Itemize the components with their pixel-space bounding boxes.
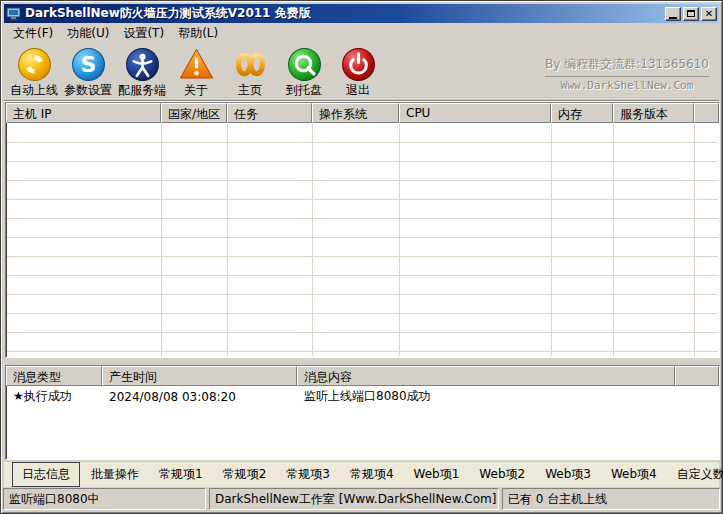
toolbar-label: 到托盘 bbox=[286, 83, 322, 97]
window-title: DarkShellNew防火墙压力测试系统V2011 免费版 bbox=[25, 5, 665, 22]
col-message-content[interactable]: 消息内容 bbox=[297, 366, 675, 386]
maximize-icon bbox=[687, 10, 695, 17]
status-studio: DarkShellNew工作室 [Www.DarkShellNew.Com] bbox=[209, 488, 499, 510]
menubar: 文件(F) 功能(U) 设置(T) 帮助(L) bbox=[4, 23, 719, 44]
grid-line bbox=[551, 124, 552, 356]
tab-batch-ops[interactable]: 批量操作 bbox=[82, 463, 148, 486]
col-task[interactable]: 任务 bbox=[227, 103, 312, 123]
window-controls: ✕ bbox=[665, 7, 717, 21]
menu-help[interactable]: 帮助(L) bbox=[171, 23, 225, 44]
warning-triangle-icon bbox=[178, 46, 215, 83]
message-table-body: ★执行成功 2024/08/08 03:08:20 监听上线端口8080成功 bbox=[7, 387, 718, 458]
host-table: 主机 IP 国家/地区 任务 操作系统 CPU 内存 服务版本 bbox=[5, 102, 720, 358]
svg-text:S: S bbox=[80, 52, 96, 77]
power-icon bbox=[340, 46, 377, 83]
titlebar[interactable]: DarkShellNew防火墙压力测试系统V2011 免费版 ✕ bbox=[4, 4, 719, 23]
message-table-header: 消息类型 产生时间 消息内容 bbox=[6, 366, 719, 386]
col-country[interactable]: 国家/地区 bbox=[161, 103, 227, 123]
tab-web-1[interactable]: Web项1 bbox=[405, 463, 469, 486]
toolbar-label: 自动上线 bbox=[10, 83, 58, 97]
tab-regular-2[interactable]: 常规项2 bbox=[214, 463, 276, 486]
host-table-header: 主机 IP 国家/地区 任务 操作系统 CPU 内存 服务版本 bbox=[6, 103, 719, 123]
tab-regular-3[interactable]: 常规项3 bbox=[277, 463, 339, 486]
about-button[interactable]: 关于 bbox=[169, 46, 223, 99]
message-table: 消息类型 产生时间 消息内容 ★执行成功 2024/08/08 03:08:20… bbox=[5, 365, 720, 460]
tab-web-4[interactable]: Web项4 bbox=[602, 463, 666, 486]
config-server-button[interactable]: 配服务端 bbox=[115, 46, 169, 99]
minimize-button[interactable] bbox=[665, 7, 681, 21]
gold-bow-icon bbox=[232, 46, 269, 83]
message-row[interactable]: ★执行成功 2024/08/08 03:08:20 监听上线端口8080成功 bbox=[7, 387, 718, 406]
auto-online-button[interactable]: 自动上线 bbox=[7, 46, 61, 99]
homepage-button[interactable]: 主页 bbox=[223, 46, 277, 99]
byline: By 编程群交流群:131365610 Www.DarkShellNew.Com bbox=[545, 56, 709, 92]
exit-button[interactable]: 退出 bbox=[331, 46, 385, 99]
col-message-type[interactable]: 消息类型 bbox=[6, 366, 102, 386]
accessibility-icon bbox=[124, 46, 161, 83]
app-window: DarkShellNew防火墙压力测试系统V2011 免费版 ✕ 文件(F) 功… bbox=[0, 0, 723, 514]
toolbar-label: 退出 bbox=[346, 83, 370, 97]
tabbar: 日志信息 批量操作 常规项1 常规项2 常规项3 常规项4 Web项1 Web项… bbox=[4, 462, 719, 487]
close-icon: ✕ bbox=[705, 9, 713, 19]
grid-line bbox=[161, 124, 162, 356]
status-host-count: 已有 0 台主机上线 bbox=[502, 488, 720, 510]
skype-s-icon: S bbox=[70, 46, 107, 83]
toolbar-label: 配服务端 bbox=[118, 83, 166, 97]
col-filler bbox=[675, 366, 719, 386]
byline-website: Www.DarkShellNew.Com bbox=[545, 77, 709, 92]
tab-web-2[interactable]: Web项2 bbox=[470, 463, 534, 486]
grid-line bbox=[613, 124, 614, 356]
menu-function[interactable]: 功能(U) bbox=[60, 23, 116, 44]
col-os[interactable]: 操作系统 bbox=[312, 103, 399, 123]
message-content-cell: 监听上线端口8080成功 bbox=[298, 388, 718, 405]
menu-file[interactable]: 文件(F) bbox=[6, 23, 60, 44]
col-cpu[interactable]: CPU bbox=[399, 103, 551, 123]
message-time-cell: 2024/08/08 03:08:20 bbox=[103, 390, 298, 404]
grid-line bbox=[227, 124, 228, 356]
tab-log-info[interactable]: 日志信息 bbox=[12, 462, 80, 487]
to-tray-button[interactable]: 到托盘 bbox=[277, 46, 331, 99]
tab-web-3[interactable]: Web项3 bbox=[536, 463, 600, 486]
grid-line bbox=[694, 124, 695, 356]
menu-settings[interactable]: 设置(T) bbox=[116, 23, 171, 44]
refresh-orb-icon bbox=[16, 46, 53, 83]
tab-regular-4[interactable]: 常规项4 bbox=[341, 463, 403, 486]
col-message-time[interactable]: 产生时间 bbox=[102, 366, 297, 386]
green-q-icon bbox=[286, 46, 323, 83]
app-icon bbox=[6, 6, 22, 22]
minimize-icon bbox=[669, 17, 677, 19]
toolbar-label: 关于 bbox=[184, 83, 208, 97]
toolbar-label: 参数设置 bbox=[64, 83, 112, 97]
tab-regular-1[interactable]: 常规项1 bbox=[150, 463, 212, 486]
close-button[interactable]: ✕ bbox=[701, 7, 717, 21]
col-service-version[interactable]: 服务版本 bbox=[613, 103, 694, 123]
param-settings-button[interactable]: S 参数设置 bbox=[61, 46, 115, 99]
col-filler bbox=[694, 103, 719, 123]
grid-line bbox=[399, 124, 400, 356]
maximize-button[interactable] bbox=[683, 7, 699, 21]
status-listening-port: 监听端口8080中 bbox=[3, 488, 206, 510]
grid-line bbox=[312, 124, 313, 356]
toolbar-label: 主页 bbox=[238, 83, 262, 97]
col-host-ip[interactable]: 主机 IP bbox=[6, 103, 161, 123]
message-type-cell: ★执行成功 bbox=[7, 388, 103, 405]
tab-custom-data[interactable]: 自定义数据 bbox=[668, 463, 723, 486]
host-table-body bbox=[7, 124, 718, 356]
byline-group-number: By 编程群交流群:131365610 bbox=[545, 56, 709, 77]
col-memory[interactable]: 内存 bbox=[551, 103, 613, 123]
statusbar: 监听端口8080中 DarkShellNew工作室 [Www.DarkShell… bbox=[3, 488, 720, 510]
toolbar: 自动上线 S 参数设置 配服务端 关于 主页 bbox=[4, 44, 719, 101]
